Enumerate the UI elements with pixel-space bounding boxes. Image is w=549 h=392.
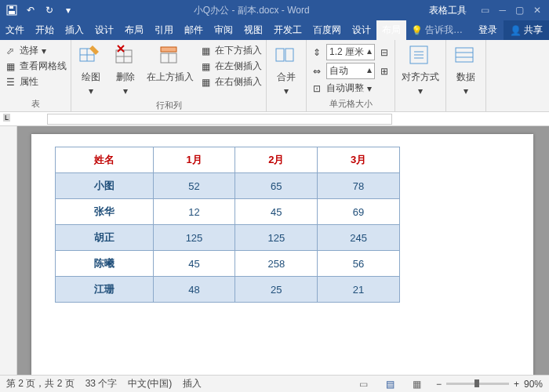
- table-cell[interactable]: 胡正: [56, 225, 154, 251]
- close-icon[interactable]: ✕: [533, 5, 541, 16]
- chevron-down-icon: ▾: [367, 83, 372, 94]
- table-cell[interactable]: 45: [235, 199, 318, 225]
- chevron-down-icon: ▾: [123, 85, 128, 96]
- table-row[interactable]: 小图526578: [56, 173, 400, 199]
- merge-button[interactable]: 合并▾: [271, 42, 302, 98]
- spinner-icon[interactable]: ▴: [367, 45, 372, 59]
- table-cell[interactable]: 45: [153, 251, 235, 277]
- table-header[interactable]: 姓名: [56, 147, 154, 173]
- insert-right-icon: ▦: [199, 76, 212, 89]
- table-cell[interactable]: 258: [235, 251, 318, 277]
- svg-rect-12: [276, 49, 284, 61]
- table-cell[interactable]: 125: [153, 225, 235, 251]
- table-row[interactable]: 陈曦4525856: [56, 251, 400, 277]
- properties-button[interactable]: ☰属性: [4, 75, 67, 89]
- view-gridlines-button[interactable]: ▦查看网格线: [4, 60, 67, 73]
- login-button[interactable]: 登录: [472, 20, 504, 40]
- table-row[interactable]: 张华124569: [56, 199, 400, 225]
- tab-references[interactable]: 引用: [149, 20, 179, 40]
- qat-dropdown-icon[interactable]: ▾: [63, 5, 74, 16]
- tab-file[interactable]: 文件: [0, 20, 30, 40]
- insert-above-button[interactable]: 在上方插入: [144, 42, 196, 85]
- insert-below-button[interactable]: ▦在下方插入: [199, 44, 262, 57]
- insert-right-button[interactable]: ▦在右侧插入: [199, 75, 262, 89]
- select-button[interactable]: ⬀选择▾: [4, 44, 67, 57]
- table-header[interactable]: 3月: [318, 147, 400, 173]
- table-cell[interactable]: 52: [153, 173, 235, 199]
- table-cell[interactable]: 张华: [56, 199, 154, 225]
- zoom-slider[interactable]: [446, 383, 509, 385]
- insert-left-button[interactable]: ▦在左侧插入: [199, 60, 262, 73]
- data-table[interactable]: 姓名1月2月3月 小图526578张华124569胡正125125245陈曦45…: [55, 147, 400, 303]
- table-cell[interactable]: 125: [235, 225, 318, 251]
- alignment-button[interactable]: 对齐方式▾: [399, 42, 442, 98]
- group-table: 表: [4, 96, 67, 111]
- table-row[interactable]: 胡正125125245: [56, 225, 400, 251]
- read-mode-icon[interactable]: ▭: [356, 379, 372, 390]
- properties-icon: ☰: [4, 76, 16, 89]
- chevron-down-icon: ▾: [418, 85, 423, 96]
- tab-view[interactable]: 视图: [238, 20, 268, 40]
- maximize-icon[interactable]: ▢: [515, 5, 524, 16]
- spinner-icon[interactable]: ▴: [367, 64, 372, 78]
- data-button[interactable]: 数据▾: [450, 42, 482, 98]
- tab-design[interactable]: 设计: [89, 20, 119, 40]
- distribute-cols-icon[interactable]: ⊞: [378, 65, 391, 78]
- zoom-in-button[interactable]: +: [514, 379, 519, 390]
- print-layout-icon[interactable]: ▤: [383, 379, 398, 390]
- horizontal-ruler[interactable]: L: [0, 112, 549, 126]
- distribute-rows-icon[interactable]: ⊟: [378, 46, 391, 59]
- table-cell[interactable]: 65: [235, 173, 318, 199]
- person-icon: 👤: [510, 25, 522, 36]
- merge-icon: [274, 44, 299, 69]
- share-button[interactable]: 👤共享: [504, 20, 549, 40]
- tab-baidu[interactable]: 百度网: [307, 20, 347, 40]
- table-cell[interactable]: 25: [235, 277, 318, 303]
- status-language[interactable]: 中文(中国): [128, 377, 172, 390]
- chevron-down-icon: ▾: [89, 85, 93, 96]
- tab-mailings[interactable]: 邮件: [179, 20, 209, 40]
- table-cell[interactable]: 48: [153, 277, 235, 303]
- draw-button[interactable]: 绘图▾: [75, 42, 107, 98]
- table-cell[interactable]: 12: [153, 199, 235, 225]
- table-cell[interactable]: 江珊: [56, 277, 154, 303]
- table-header[interactable]: 1月: [153, 147, 235, 173]
- vertical-ruler[interactable]: [0, 126, 17, 375]
- tab-table-design[interactable]: 设计: [347, 20, 376, 40]
- table-cell[interactable]: 21: [318, 277, 400, 303]
- table-cell[interactable]: 245: [318, 225, 400, 251]
- tab-table-layout[interactable]: 布局: [376, 20, 406, 40]
- svg-rect-10: [161, 47, 176, 52]
- zoom-level[interactable]: 90%: [524, 379, 543, 390]
- col-width-input[interactable]: 自动▴: [326, 63, 375, 79]
- table-cell[interactable]: 小图: [56, 173, 154, 199]
- undo-icon[interactable]: ↶: [25, 5, 36, 16]
- table-cell[interactable]: 陈曦: [56, 251, 154, 277]
- ribbon-options-icon[interactable]: ▭: [481, 5, 489, 16]
- save-icon[interactable]: [6, 5, 17, 16]
- table-cell[interactable]: 56: [318, 251, 400, 277]
- tab-developer[interactable]: 开发工: [268, 20, 307, 40]
- delete-icon: [113, 44, 138, 69]
- row-height-input[interactable]: 1.2 厘米▴: [326, 44, 375, 60]
- redo-icon[interactable]: ↻: [44, 5, 55, 16]
- tab-insert[interactable]: 插入: [60, 20, 89, 40]
- delete-button[interactable]: 删除▾: [110, 42, 141, 98]
- status-words[interactable]: 33 个字: [85, 377, 118, 390]
- table-header[interactable]: 2月: [235, 147, 318, 173]
- table-row[interactable]: 江珊482521: [56, 277, 400, 303]
- autofit-button[interactable]: ⊡自动调整▾: [311, 82, 391, 95]
- tab-home[interactable]: 开始: [30, 20, 60, 40]
- tab-review[interactable]: 审阅: [209, 20, 238, 40]
- insert-left-icon: ▦: [199, 60, 212, 73]
- group-cell-size: 单元格大小: [311, 96, 391, 111]
- tell-me[interactable]: 💡告诉我…: [406, 20, 472, 40]
- minimize-icon[interactable]: ─: [499, 5, 506, 16]
- zoom-out-button[interactable]: −: [436, 379, 442, 390]
- web-layout-icon[interactable]: ▦: [409, 379, 425, 390]
- tab-layout[interactable]: 布局: [119, 20, 149, 40]
- table-cell[interactable]: 78: [318, 173, 400, 199]
- status-insert[interactable]: 插入: [183, 377, 202, 390]
- table-cell[interactable]: 69: [318, 199, 400, 225]
- status-page[interactable]: 第 2 页，共 2 页: [6, 377, 75, 390]
